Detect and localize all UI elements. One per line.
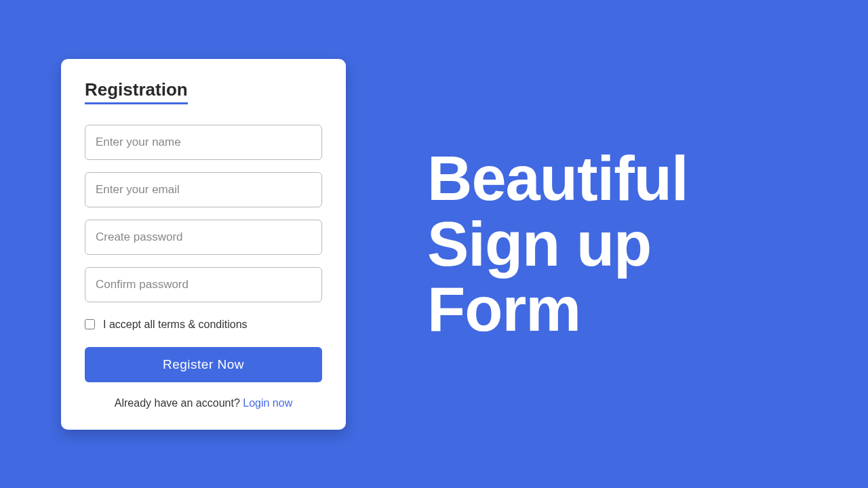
hero-line-2: Sign up (427, 211, 688, 277)
hero-line-1: Beautiful (427, 146, 688, 211)
confirm-password-input[interactable] (85, 267, 322, 302)
login-prompt-text: Already have an account? (115, 397, 243, 409)
terms-row: I accept all terms & conditions (85, 319, 322, 331)
terms-checkbox[interactable] (85, 319, 95, 329)
hero-line-3: Form (427, 277, 688, 342)
form-title: Registration (85, 79, 188, 104)
registration-card: Registration I accept all terms & condit… (61, 59, 346, 430)
register-button[interactable]: Register Now (85, 347, 322, 382)
terms-label: I accept all terms & conditions (103, 319, 248, 331)
password-input[interactable] (85, 220, 322, 255)
login-prompt-row: Already have an account? Login now (85, 397, 322, 409)
name-input[interactable] (85, 125, 322, 160)
email-input[interactable] (85, 172, 322, 207)
hero-heading: Beautiful Sign up Form (427, 146, 688, 342)
login-link[interactable]: Login now (243, 397, 292, 409)
